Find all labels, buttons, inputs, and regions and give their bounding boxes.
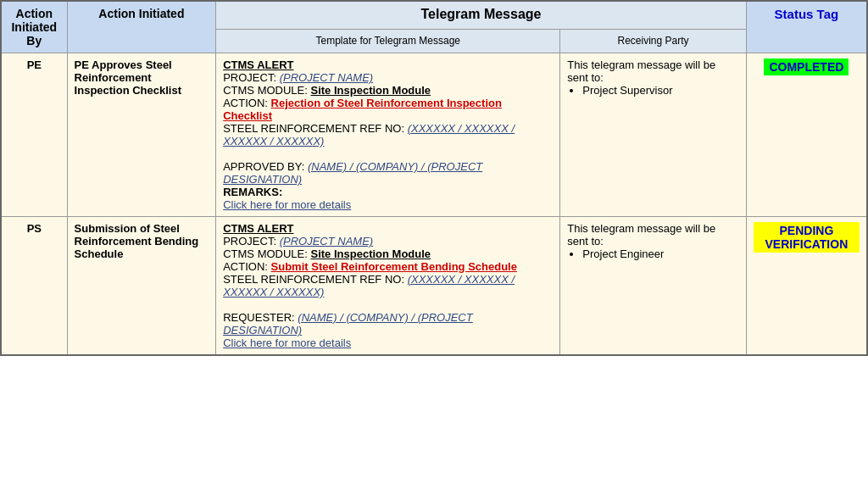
module-value-2: Site Inspection Module — [311, 248, 431, 260]
status-badge-completed: COMPLETED — [764, 58, 849, 75]
remarks-label-1: REMARKS: — [223, 186, 282, 198]
status-badge-pending: PENDING VERIFICATION — [754, 222, 860, 253]
receiving-intro-1: This telegram message will be sent to: — [567, 58, 715, 84]
col-action-by-header: Action Initiated By — [1, 1, 67, 53]
col-action-initiated-header: Action Initiated — [67, 1, 216, 53]
receiving-ps: This telegram message will be sent to: P… — [560, 217, 747, 356]
ctms-alert-2: CTMS ALERT — [223, 222, 293, 235]
receiving-pe: This telegram message will be sent to: P… — [560, 53, 747, 217]
action-by-ps: PS — [1, 217, 67, 356]
project-label-1: PROJECT: — [223, 71, 276, 84]
template-pe: CTMS ALERT PROJECT: (PROJECT NAME) CTMS … — [216, 53, 560, 217]
status-pe: COMPLETED — [746, 53, 867, 217]
telegram-message-header: Telegram Message — [216, 1, 747, 29]
approved-label-1: APPROVED BY: — [223, 160, 304, 173]
module-label-2: CTMS MODULE: — [223, 248, 308, 260]
requester-label-2: REQUESTER: — [223, 311, 295, 324]
ref-label-2: STEEL REINFORCEMENT REF NO: — [223, 273, 404, 286]
click-link-1[interactable]: Click here for more details — [223, 198, 351, 211]
col-receiving-header: Receiving Party — [560, 29, 747, 53]
project-label-2: PROJECT: — [223, 235, 276, 248]
action-by-pe: PE — [1, 53, 67, 217]
col-template-header: Template for Telegram Message — [216, 29, 560, 53]
project-value-1[interactable]: (PROJECT NAME) — [280, 71, 374, 84]
recipient-item: Project Supervisor — [582, 84, 739, 97]
action-label-2: ACTION: — [223, 260, 268, 273]
recipient-list-1: Project Supervisor — [582, 84, 739, 97]
module-label-1: CTMS MODULE: — [223, 84, 308, 97]
ctms-alert-1: CTMS ALERT — [223, 58, 293, 71]
click-link-2[interactable]: Click here for more details — [223, 336, 351, 349]
table-row: PS Submission of Steel Reinforcement Ben… — [1, 217, 867, 356]
recipient-item: Project Engineer — [582, 248, 739, 260]
action-label-1: ACTION: — [223, 97, 268, 109]
main-table: Action Initiated By Action Initiated Tel… — [0, 0, 868, 356]
ref-label-1: STEEL REINFORCEMENT REF NO: — [223, 122, 404, 135]
table-row: PE PE Approves Steel Reinforcement Inspe… — [1, 53, 867, 217]
template-ps: CTMS ALERT PROJECT: (PROJECT NAME) CTMS … — [216, 217, 560, 356]
receiving-intro-2: This telegram message will be sent to: — [567, 222, 715, 248]
action-initiated-ps: Submission of Steel Reinforcement Bendin… — [67, 217, 216, 356]
project-value-2[interactable]: (PROJECT NAME) — [280, 235, 374, 248]
status-tag-header: Status Tag — [746, 1, 867, 53]
status-ps: PENDING VERIFICATION — [746, 217, 867, 356]
module-value-1: Site Inspection Module — [311, 84, 431, 97]
action-value-2: Submit Steel Reinforcement Bending Sched… — [271, 260, 517, 273]
action-initiated-pe: PE Approves Steel Reinforcement Inspecti… — [67, 53, 216, 217]
recipient-list-2: Project Engineer — [582, 248, 739, 260]
